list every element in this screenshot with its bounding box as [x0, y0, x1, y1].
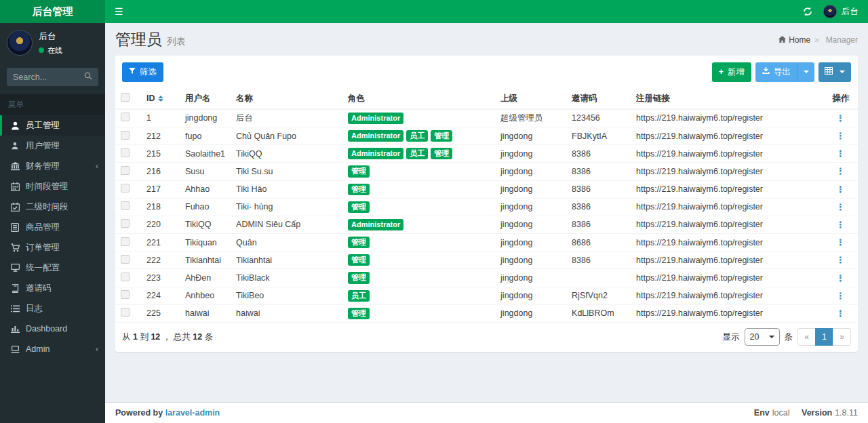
manager-table: ID用户名名称角色上级邀请码注册链接操作 1jingdong后台Administ…	[115, 89, 858, 322]
row-actions-button[interactable]: ⋮	[836, 148, 846, 159]
sidebar-item-日志[interactable]: 日志	[0, 298, 105, 319]
row-checkbox[interactable]	[121, 290, 130, 299]
cell-invite-code: 8686	[566, 234, 631, 251]
sidebar-item-统一配置[interactable]: 统一配置	[0, 258, 105, 278]
cell-register-link: https://219.haiwaiym6.top/register	[631, 287, 824, 304]
breadcrumb-item-home[interactable]: Home	[778, 35, 810, 45]
row-actions-button[interactable]: ⋮	[836, 291, 846, 301]
row-actions-button[interactable]: ⋮	[836, 166, 846, 176]
column-selector-button[interactable]	[818, 62, 851, 82]
cell-invite-code: 8386	[566, 198, 631, 216]
sidebar-item-商品管理[interactable]: 商品管理	[0, 217, 105, 237]
row-checkbox[interactable]	[121, 308, 130, 317]
row-checkbox[interactable]	[121, 237, 130, 246]
sort-icon[interactable]	[158, 96, 163, 102]
cell-roles: Administrator	[342, 109, 495, 127]
page-heading: 管理员列表	[115, 29, 186, 50]
sidebar-item-时间段管理[interactable]: 时间段管理	[0, 176, 105, 197]
cell-invite-code: RjSfVqn2	[566, 287, 631, 304]
search-icon[interactable]	[84, 72, 92, 82]
caret-down-icon	[840, 70, 845, 73]
sidebar-item-label: 日志	[26, 303, 43, 315]
table-row: 1jingdong后台Administrator超级管理员123456https…	[115, 109, 858, 127]
sidebar-item-财务管理[interactable]: 财务管理‹	[0, 156, 105, 176]
row-actions-button[interactable]: ⋮	[836, 237, 846, 247]
row-checkbox[interactable]	[121, 131, 130, 140]
cell-username: Saolaithe1	[180, 145, 231, 163]
row-actions-button[interactable]: ⋮	[836, 131, 846, 141]
role-badge: Administrator	[348, 130, 403, 142]
row-actions-button[interactable]: ⋮	[836, 255, 846, 265]
avatar	[823, 5, 837, 18]
sidebar-toggle-icon[interactable]: ☰	[105, 0, 133, 23]
cell-username: Anhbeo	[180, 287, 231, 304]
row-checkbox[interactable]	[121, 113, 130, 121]
row-checkbox[interactable]	[121, 201, 130, 210]
cell-parent: jingdong	[495, 287, 566, 304]
row-actions-button[interactable]: ⋮	[836, 273, 846, 283]
column-header-7: 操作	[824, 89, 858, 109]
caret-down-icon	[769, 336, 774, 338]
cell-name: TikiBlack	[231, 269, 342, 287]
cell-name: Tiki Su.su	[231, 163, 342, 180]
row-checkbox[interactable]	[121, 273, 130, 281]
table-row: 225haiwaihaiwai管理jingdongKdLlBROmhttps:/…	[115, 304, 858, 322]
cell-register-link: https://219.haiwaiym6.top/register	[631, 198, 824, 216]
per-page-suffix: 条	[785, 331, 793, 343]
per-page-prefix: 显示	[723, 331, 740, 343]
cell-register-link: https://219.haiwaiym6.top/register	[631, 163, 824, 180]
breadcrumb-item-manager[interactable]: Manager	[814, 35, 858, 45]
row-actions-button[interactable]: ⋮	[836, 308, 846, 319]
sidebar-item-Dashboard[interactable]: Dashboard	[0, 319, 105, 339]
cell-parent: jingdong	[495, 127, 566, 144]
sidebar-item-用户管理[interactable]: 用户管理	[0, 136, 105, 156]
column-header-4: 上级	[495, 89, 566, 109]
sidebar-user-panel: 后台 在线	[0, 23, 105, 62]
avatar	[7, 30, 33, 56]
row-actions-button[interactable]: ⋮	[836, 202, 846, 212]
role-badge: 员工	[348, 290, 370, 302]
page-button-»[interactable]: »	[833, 328, 851, 346]
column-header-1: 用户名	[180, 89, 231, 109]
refresh-icon[interactable]	[803, 7, 812, 16]
column-header-2: 名称	[231, 89, 342, 109]
navbar-user-menu[interactable]: 后台	[823, 5, 859, 18]
per-page-select[interactable]: 20	[745, 328, 780, 346]
row-actions-button[interactable]: ⋮	[836, 113, 846, 123]
page-button-1[interactable]: 1	[815, 328, 833, 346]
home-icon	[778, 35, 786, 45]
cell-id: 218	[141, 198, 180, 216]
cell-parent: jingdong	[495, 304, 566, 322]
grid-box: 筛选 + 新增 导出	[115, 56, 858, 352]
create-button[interactable]: + 新增	[712, 62, 751, 82]
sidebar-item-label: 用户管理	[26, 140, 60, 152]
row-checkbox[interactable]	[121, 166, 130, 175]
page-button-«[interactable]: «	[797, 328, 816, 346]
cell-id: 225	[141, 304, 180, 322]
sidebar-item-邀请码[interactable]: 邀请码	[0, 278, 105, 298]
sidebar-item-二级时间段[interactable]: 二级时间段	[0, 197, 105, 217]
export-dropdown-toggle[interactable]	[797, 62, 814, 82]
cell-id: 220	[141, 216, 180, 233]
search-input[interactable]	[13, 73, 84, 82]
row-actions-button[interactable]: ⋮	[836, 220, 846, 230]
row-checkbox[interactable]	[121, 219, 130, 228]
sidebar-item-员工管理[interactable]: 员工管理	[0, 115, 105, 136]
select-all-checkbox[interactable]	[121, 93, 130, 102]
calendar-icon	[10, 182, 20, 191]
sidebar-item-label: 员工管理	[26, 120, 60, 132]
column-header-id[interactable]: ID	[141, 89, 180, 109]
row-checkbox[interactable]	[121, 255, 130, 264]
navbar-bar: ☰ 后台	[105, 0, 868, 23]
sidebar-item-label: 统一配置	[26, 262, 60, 274]
role-badge: 员工	[406, 148, 428, 159]
export-button[interactable]: 导出	[755, 62, 797, 82]
row-checkbox[interactable]	[121, 184, 130, 193]
sidebar-item-Admin[interactable]: Admin‹	[0, 339, 105, 359]
row-checkbox[interactable]	[121, 148, 130, 157]
cell-name: Quân	[231, 234, 342, 251]
filter-button[interactable]: 筛选	[122, 62, 163, 82]
row-actions-button[interactable]: ⋮	[836, 184, 846, 195]
sidebar-item-订单管理[interactable]: 订单管理	[0, 237, 105, 258]
laravel-admin-link[interactable]: laravel-admin	[165, 408, 220, 418]
